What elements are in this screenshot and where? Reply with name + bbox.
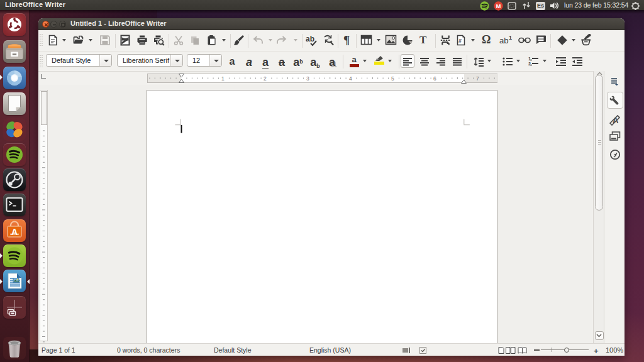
svg-text:ab: ab [499,36,508,45]
svg-text:A: A [613,116,619,125]
svg-text:A: A [11,227,18,237]
svg-text:M: M [496,3,501,9]
svg-text:#: # [458,38,462,44]
svg-text:ab: ab [306,35,314,43]
svg-text:1: 1 [509,35,512,41]
